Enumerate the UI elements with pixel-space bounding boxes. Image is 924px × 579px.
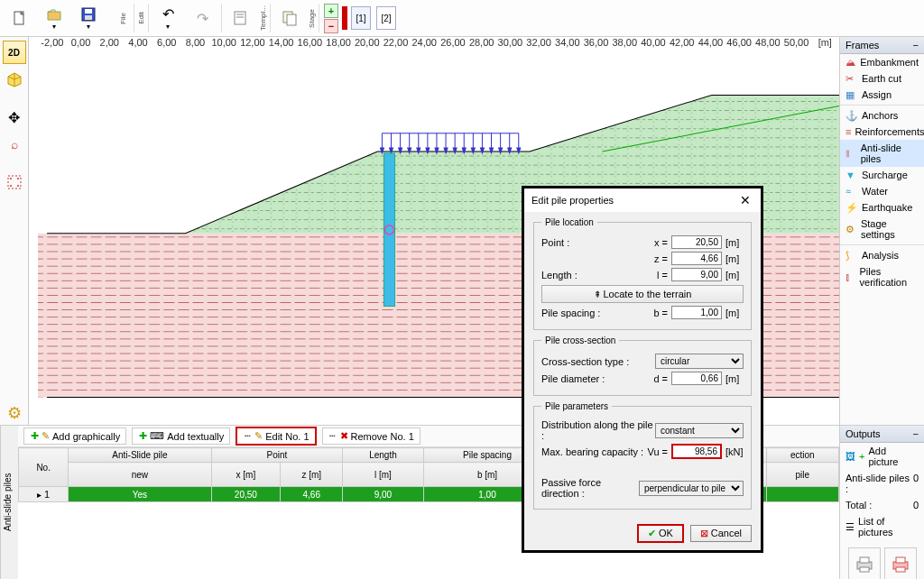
svg-rect-45 bbox=[896, 567, 905, 572]
dialog-title: Edit pile properties bbox=[531, 195, 614, 206]
cross-section-legend: Pile cross-section bbox=[541, 335, 619, 345]
frame-item-piles-verification[interactable]: ⫿Piles verification bbox=[840, 263, 924, 290]
edit-no-button[interactable]: ┄✎ Edit No. 1 bbox=[236, 427, 316, 446]
passive-force-select[interactable]: perpendicular to pile bbox=[639, 481, 744, 496]
svg-point-12 bbox=[10, 185, 12, 187]
frame-item-reinforcements[interactable]: ≡Reinforcements bbox=[840, 124, 924, 140]
add-picture-button[interactable]: 🖼+ Add picture bbox=[840, 443, 924, 470]
locate-terrain-button[interactable]: ⇞ Locate to the terrain bbox=[541, 285, 744, 303]
ok-button[interactable]: ✔ OK bbox=[637, 524, 684, 543]
templ-label: Templ... bbox=[259, 5, 267, 31]
output-count-piles: Anti-slide piles :0 bbox=[840, 470, 924, 497]
svg-rect-3 bbox=[85, 15, 92, 20]
vu-input[interactable] bbox=[671, 444, 722, 459]
template-button[interactable] bbox=[225, 2, 257, 34]
main-toolbar: ▾ ▾ File Edit ↶▾ ↷ Templ... Stage + − [1… bbox=[0, 0, 924, 37]
svg-rect-4 bbox=[235, 12, 245, 24]
spacing-input[interactable] bbox=[671, 306, 722, 319]
close-icon[interactable]: ✕ bbox=[737, 193, 753, 207]
svg-rect-42 bbox=[860, 567, 869, 572]
file-save-button[interactable]: ▾ bbox=[72, 2, 105, 34]
view-3d-button[interactable] bbox=[3, 68, 26, 91]
svg-rect-2 bbox=[85, 9, 92, 14]
stage-remove-button[interactable]: − bbox=[324, 19, 338, 33]
list-pictures-button[interactable]: ☰ List of pictures bbox=[840, 513, 924, 540]
stage-label: Stage bbox=[308, 9, 316, 28]
frame-item-stage-settings[interactable]: ⚙Stage settings bbox=[840, 216, 924, 243]
edit-label: Edit bbox=[137, 12, 145, 24]
copy-button[interactable] bbox=[273, 2, 306, 34]
diameter-input[interactable] bbox=[671, 372, 722, 385]
fit-button[interactable] bbox=[3, 170, 26, 194]
svg-point-10 bbox=[10, 178, 12, 179]
pile-location-legend: Pile location bbox=[541, 217, 597, 227]
cancel-button[interactable]: ⊠ Cancel bbox=[690, 525, 752, 542]
add-textually-button[interactable]: ✚⌨ Add textually bbox=[132, 427, 230, 445]
bottom-tab-label[interactable]: Anti-slide piles bbox=[0, 426, 18, 579]
frame-item-earth-cut[interactable]: ✂Earth cut bbox=[840, 70, 924, 87]
frames-panel: Frames− ⛰Embankment✂Earth cut▦Assign⚓Anc… bbox=[839, 37, 924, 425]
length-input[interactable] bbox=[671, 268, 722, 281]
file-label: File bbox=[119, 13, 127, 24]
pan-button[interactable]: ✥ bbox=[3, 106, 26, 129]
redo-button[interactable]: ↷ bbox=[186, 2, 218, 34]
frame-item-surcharge[interactable]: ▼Surcharge bbox=[840, 167, 924, 183]
svg-rect-38 bbox=[383, 153, 394, 307]
settings-gear-button[interactable]: ⚙ bbox=[3, 401, 26, 425]
minimize-icon[interactable]: − bbox=[913, 428, 919, 439]
svg-rect-9 bbox=[8, 176, 21, 188]
outputs-panel: Outputs− 🖼+ Add picture Anti-slide piles… bbox=[839, 426, 924, 579]
frame-item-embankment[interactable]: ⛰Embankment bbox=[840, 54, 924, 70]
pile-params-legend: Pile parameters bbox=[541, 401, 612, 411]
remove-no-button[interactable]: ┄✖ Remove No. 1 bbox=[322, 427, 420, 445]
frames-header: Frames− bbox=[840, 37, 924, 54]
frame-item-water[interactable]: ≈Water bbox=[840, 183, 924, 199]
svg-rect-41 bbox=[860, 557, 869, 563]
view-2d-button[interactable]: 2D bbox=[3, 41, 26, 64]
outputs-header: Outputs bbox=[845, 428, 881, 439]
ruler-top: -2,000,002,004,006,008,0010,0012,0014,00… bbox=[38, 37, 839, 51]
stage-add-button[interactable]: + bbox=[324, 4, 338, 18]
frame-item-analysis[interactable]: ⟆Analysis bbox=[840, 247, 924, 263]
svg-point-13 bbox=[17, 185, 19, 187]
frame-item-assign[interactable]: ▦Assign bbox=[840, 87, 924, 103]
view-toolbar: 2D ✥ ⌕ ⚙ bbox=[0, 37, 29, 425]
stage-1-button[interactable]: [1] bbox=[351, 6, 371, 30]
frame-item-anti-slide-piles[interactable]: ⫴Anti-slide piles bbox=[840, 140, 924, 167]
undo-button[interactable]: ↶▾ bbox=[152, 2, 184, 34]
file-open-button[interactable]: ▾ bbox=[38, 2, 70, 34]
distribution-select[interactable]: constant bbox=[655, 423, 744, 438]
minimize-icon[interactable]: − bbox=[913, 40, 919, 51]
svg-point-11 bbox=[17, 178, 19, 179]
x-input[interactable] bbox=[671, 235, 722, 249]
cross-section-select[interactable]: circular bbox=[655, 354, 744, 369]
file-new-button[interactable] bbox=[4, 2, 36, 34]
print-button[interactable] bbox=[848, 547, 881, 579]
zoom-button[interactable]: ⌕ bbox=[3, 133, 26, 156]
output-count-total: Total :0 bbox=[840, 497, 924, 513]
svg-rect-44 bbox=[896, 557, 905, 563]
add-graphically-button[interactable]: ✚✎ Add graphically bbox=[23, 427, 126, 445]
svg-rect-8 bbox=[287, 14, 296, 25]
frame-item-anchors[interactable]: ⚓Anchors bbox=[840, 107, 924, 124]
print-color-button[interactable] bbox=[884, 547, 917, 579]
stage-marker bbox=[342, 6, 347, 30]
edit-pile-dialog: Edit pile properties ✕ Pile location Poi… bbox=[522, 186, 763, 553]
z-input[interactable] bbox=[671, 252, 722, 265]
frame-item-earthquake[interactable]: ⚡Earthquake bbox=[840, 199, 924, 216]
stage-2-button[interactable]: [2] bbox=[376, 6, 396, 30]
